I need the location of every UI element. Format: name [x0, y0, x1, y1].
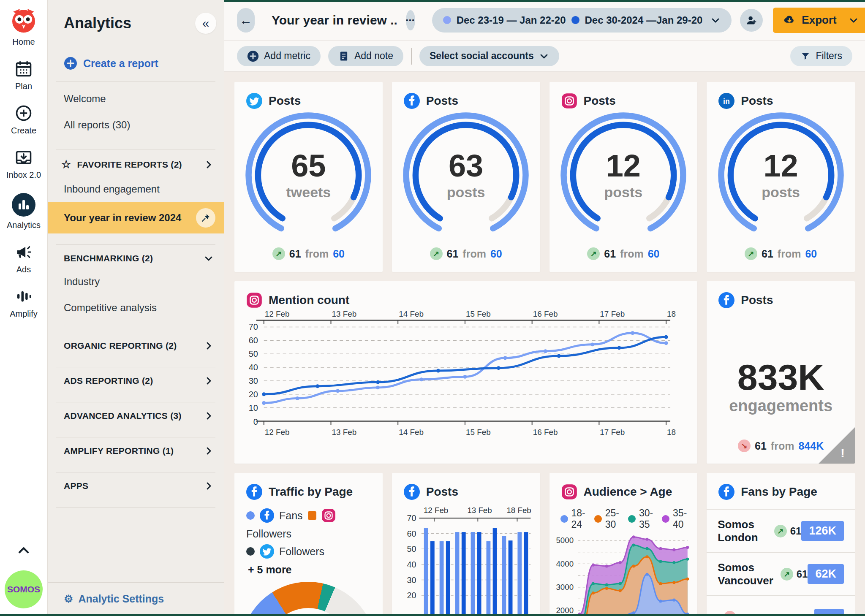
fan-row-somos-london[interactable]: Somos London ↗61 126K	[707, 509, 855, 552]
analytic-settings-button[interactable]: ⚙ Analytic Settings	[48, 582, 224, 616]
note-icon	[338, 51, 349, 62]
share-add-user-button[interactable]	[740, 9, 763, 32]
trend-up-icon: ↗	[272, 247, 285, 260]
fan-row-somos-vancouver[interactable]: Somos Vancouver ↗61 62K	[707, 552, 855, 595]
instagram-icon	[561, 93, 577, 109]
facebook-icon	[718, 292, 734, 308]
rail-item-create[interactable]: Create	[11, 104, 36, 136]
svg-text:40: 40	[407, 560, 416, 569]
trend-up-icon: ↗	[430, 247, 443, 260]
fan-count-badge[interactable]: 126K	[801, 521, 844, 541]
facebook-icon	[260, 508, 274, 523]
chevron-right-icon	[204, 160, 214, 170]
select-social-accounts-button[interactable]: Select social accounts	[419, 46, 559, 66]
advanced-analytics-header[interactable]: ADVANCED ANALYTICS (3)	[48, 402, 224, 426]
svg-text:50: 50	[249, 349, 258, 358]
rail-item-amplify[interactable]: Amplify	[10, 287, 38, 319]
collapse-sidebar-button[interactable]: «	[195, 13, 216, 34]
warning-exclamation: !	[841, 446, 845, 460]
svg-text:17 Feb: 17 Feb	[600, 428, 625, 437]
add-metric-button[interactable]: Add metric	[237, 46, 321, 66]
svg-text:14 Feb: 14 Feb	[399, 310, 424, 318]
organic-reporting-header[interactable]: ORGANIC REPORTING (2)	[48, 332, 224, 356]
amplify-reporting-header[interactable]: AMPLIFY REPORTING (1)	[48, 437, 224, 461]
export-button[interactable]: Export	[773, 8, 865, 33]
svg-text:15 Feb: 15 Feb	[466, 310, 491, 318]
area-legend: 18-24 25-30 30-35 35-40	[549, 500, 698, 530]
rail-item-home[interactable]: Home	[8, 3, 40, 47]
delta-stat: ↗ 61from60	[707, 247, 855, 260]
chevron-down-icon	[539, 51, 549, 61]
window-edge-top	[224, 0, 865, 2]
mention-count-card[interactable]: Mention count 12 Feb13 Feb14 Feb15 Feb16…	[234, 281, 697, 464]
delta-stat: ↗ 61from60	[549, 247, 698, 260]
fans-by-page-card[interactable]: Fans by Page Somos London ↗61 126K Somos…	[707, 473, 855, 616]
sidebar-item-inbound-engagement[interactable]: Inbound engagement	[48, 176, 224, 202]
rail-item-plan[interactable]: Plan	[14, 60, 33, 91]
svg-text:5000: 5000	[556, 536, 574, 545]
sidebar-item-all-reports[interactable]: All reports (30)	[48, 112, 224, 138]
svg-text:13 Feb: 13 Feb	[467, 506, 492, 515]
facebook-icon	[246, 484, 262, 500]
range-dot-light	[443, 16, 451, 24]
trend-up-icon: ↗	[587, 247, 600, 260]
rail-label: Home	[12, 37, 35, 47]
rail-item-analytics[interactable]: Analytics	[7, 193, 41, 230]
mention-line-chart: 12 Feb13 Feb14 Feb15 Feb16 Feb17 Feb18 F…	[239, 310, 677, 437]
report-title: Your year in review ..	[272, 13, 397, 27]
metric-card-linkedin-posts[interactable]: inPosts 12posts ↗ 61from60	[707, 82, 855, 272]
rail-item-inbox[interactable]: Inbox 2.0	[6, 148, 41, 180]
posts-bar-card[interactable]: Posts 12 Feb13 Feb18 Feb706050403020	[392, 473, 540, 616]
metric-card-instagram-posts[interactable]: Posts 12posts ↗ 61from60	[549, 82, 698, 272]
audience-age-card[interactable]: Audience > Age 18-24 25-30 30-35 35-40 5…	[549, 473, 698, 616]
svg-text:50: 50	[407, 544, 416, 554]
back-button[interactable]: ←	[237, 8, 255, 33]
calendar-icon	[14, 60, 33, 78]
org-avatar[interactable]: SOMOS	[5, 570, 43, 608]
fan-row-partial[interactable]: ↘	[707, 595, 855, 616]
signal-bars-icon	[14, 287, 33, 306]
star-icon: ☆	[61, 158, 71, 171]
gauge-unit: tweets	[286, 184, 331, 201]
pin-icon[interactable]	[196, 208, 215, 228]
sidebar-item-competitive-analysis[interactable]: Competitive analysis	[48, 295, 224, 321]
range-dot-dark	[571, 16, 579, 24]
svg-text:17 Feb: 17 Feb	[600, 310, 625, 318]
donut-legend: Fans Followers Followers + 5 more	[234, 500, 383, 576]
inbox-icon	[14, 148, 33, 167]
svg-text:3000: 3000	[556, 583, 574, 592]
chevron-down-icon[interactable]	[849, 15, 859, 25]
create-report-button[interactable]: Create a report	[64, 57, 224, 70]
posts-bar-chart: 12 Feb13 Feb18 Feb706050403020	[398, 502, 534, 616]
svg-text:in: in	[723, 97, 730, 106]
add-note-button[interactable]: Add note	[328, 46, 403, 66]
more-options-button[interactable]: •••	[406, 10, 415, 30]
engagements-card[interactable]: Posts 833K engagements ↘ 61from844K !	[707, 281, 855, 464]
svg-text:13 Feb: 13 Feb	[332, 428, 356, 437]
svg-text:12 Feb: 12 Feb	[265, 310, 290, 318]
metric-card-twitter-posts[interactable]: Posts 65tweets ↗ 61from60	[234, 82, 383, 272]
divider	[56, 507, 215, 507]
filters-button[interactable]: Filters	[790, 46, 852, 66]
svg-text:40: 40	[249, 363, 258, 372]
apps-header[interactable]: APPS	[48, 472, 224, 496]
sidebar-item-industry[interactable]: Industry	[48, 269, 224, 295]
sidebar-item-year-in-review-active[interactable]: Your year in review 2024	[48, 202, 224, 233]
metric-card-facebook-posts[interactable]: Posts 63posts ↗ 61from60	[392, 82, 540, 272]
svg-text:14 Feb: 14 Feb	[399, 428, 424, 437]
hootsuite-owl-logo	[8, 5, 40, 35]
sidebar-item-welcome[interactable]: Welcome	[48, 86, 224, 112]
legend-more[interactable]: + 5 more	[248, 564, 292, 576]
svg-text:10: 10	[249, 403, 258, 412]
traffic-by-page-card[interactable]: Traffic by Page Fans Followers Followers	[234, 473, 383, 616]
date-range-picker[interactable]: Dec 23-19 — Jan 22-20 Dec 30-2024 —Jan 2…	[432, 8, 732, 33]
warning-corner[interactable]	[819, 427, 855, 464]
ads-reporting-header[interactable]: ADS REPORTING (2)	[48, 367, 224, 391]
traffic-donut-chart	[241, 582, 376, 616]
benchmarking-header[interactable]: BENCHMARKING (2)	[48, 245, 224, 269]
instagram-icon	[321, 508, 336, 523]
favorite-reports-header[interactable]: ☆ FAVORITE REPORTS (2)	[48, 149, 224, 176]
fan-count-badge[interactable]: 62K	[808, 564, 844, 584]
rail-item-ads[interactable]: Ads	[14, 243, 33, 274]
scroll-up-chevron[interactable]	[16, 543, 31, 559]
